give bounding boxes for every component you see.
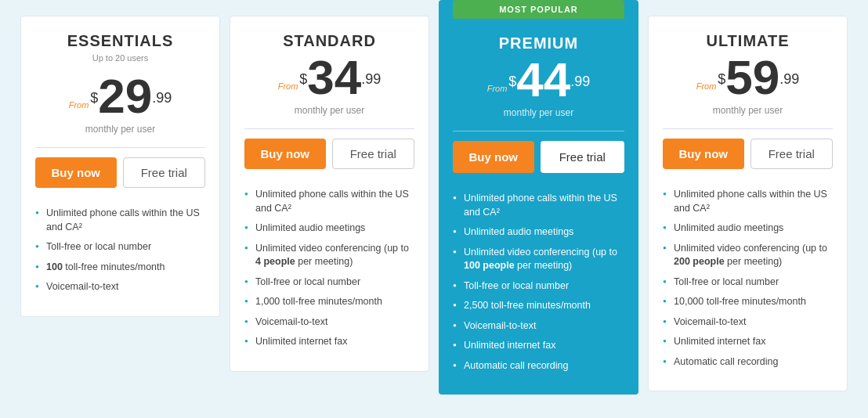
price-period-ultimate: monthly per user xyxy=(663,105,833,116)
price-dollar-standard: $ xyxy=(299,71,307,88)
divider-essentials xyxy=(35,147,205,148)
feature-item: 1,000 toll-free minutes/month xyxy=(244,292,414,312)
price-from-standard: From xyxy=(278,81,298,91)
price-dollar-premium: $ xyxy=(508,74,516,90)
price-block-premium: From $ 44 .99 xyxy=(453,56,624,104)
feature-item: Voicemail-to-text xyxy=(663,312,833,333)
features-list-essentials: Unlimited phone calls within the US and … xyxy=(35,204,205,297)
plan-card-ultimate: ULTIMATE From $ 59 .99 monthly per user … xyxy=(648,16,848,391)
divider-ultimate xyxy=(663,128,833,129)
plans-container: ESSENTIALSUp to 20 users From $ 29 .99 m… xyxy=(8,16,860,395)
feature-item: Voicemail-to-text xyxy=(35,277,205,297)
feature-item: Unlimited internet fax xyxy=(244,332,414,352)
plan-name-ultimate: ULTIMATE xyxy=(663,32,833,50)
feature-item: Toll-free or local number xyxy=(35,237,205,258)
feature-item: Automatic call recording xyxy=(663,352,833,373)
price-dollar-essentials: $ xyxy=(90,90,98,106)
plan-card-essentials: ESSENTIALSUp to 20 users From $ 29 .99 m… xyxy=(20,16,220,317)
feature-item: Unlimited phone calls within the US and … xyxy=(453,189,624,222)
feature-item: Toll-free or local number xyxy=(453,276,624,297)
plan-name-essentials: ESSENTIALS xyxy=(35,32,205,50)
buy-now-button-standard[interactable]: Buy now xyxy=(244,139,326,169)
price-from-premium: From xyxy=(487,84,508,93)
free-trial-button-essentials[interactable]: Free trial xyxy=(123,157,206,188)
feature-item: Unlimited audio meetings xyxy=(453,222,624,243)
buy-now-button-ultimate[interactable]: Buy now xyxy=(663,139,744,169)
plan-card-premium: MOST POPULARPREMIUM From $ 44 .99 monthl… xyxy=(439,0,638,395)
price-block-essentials: From $ 29 .99 xyxy=(35,72,205,121)
plan-name-premium: PREMIUM xyxy=(453,34,624,52)
price-number-premium: 44 xyxy=(516,56,570,104)
feature-item: 10,000 toll-free minutes/month xyxy=(663,292,833,312)
btn-group-ultimate: Buy now Free trial xyxy=(663,139,833,169)
divider-premium xyxy=(453,131,624,132)
price-from-ultimate: From xyxy=(696,81,717,91)
price-period-essentials: monthly per user xyxy=(35,124,205,135)
price-from-essentials: From xyxy=(69,100,89,110)
free-trial-button-ultimate[interactable]: Free trial xyxy=(750,139,834,169)
price-cents-ultimate: .99 xyxy=(779,71,799,88)
most-popular-badge: MOST POPULAR xyxy=(453,0,624,19)
price-period-premium: monthly per user xyxy=(453,107,624,118)
feature-item: Unlimited video conferencing (up to 4 pe… xyxy=(244,239,414,272)
buy-now-button-essentials[interactable]: Buy now xyxy=(35,157,117,188)
btn-group-standard: Buy now Free trial xyxy=(244,139,414,169)
features-list-ultimate: Unlimited phone calls within the US and … xyxy=(663,185,833,372)
plan-card-standard: STANDARD From $ 34 .99 monthly per user … xyxy=(230,16,429,372)
price-block-ultimate: From $ 59 .99 xyxy=(663,53,833,102)
features-list-premium: Unlimited phone calls within the US and … xyxy=(453,189,624,376)
price-number-essentials: 29 xyxy=(98,72,152,121)
feature-item: Unlimited phone calls within the US and … xyxy=(663,185,833,218)
price-number-ultimate: 59 xyxy=(725,53,779,102)
feature-item: Voicemail-to-text xyxy=(244,312,414,333)
feature-item: Unlimited internet fax xyxy=(663,332,833,352)
feature-item: Toll-free or local number xyxy=(244,272,414,293)
btn-group-premium: Buy now Free trial xyxy=(453,141,624,173)
free-trial-button-standard[interactable]: Free trial xyxy=(332,139,415,169)
feature-item: Unlimited internet fax xyxy=(453,336,624,356)
price-block-standard: From $ 34 .99 xyxy=(244,53,414,102)
price-cents-premium: .99 xyxy=(570,74,590,90)
feature-item: 2,500 toll-free minutes/month xyxy=(453,296,624,316)
price-dollar-ultimate: $ xyxy=(718,71,725,88)
feature-item: Unlimited video conferencing (up to 100 … xyxy=(453,243,624,276)
feature-item: Automatic call recording xyxy=(453,356,624,377)
features-list-standard: Unlimited phone calls within the US and … xyxy=(244,185,414,352)
price-cents-standard: .99 xyxy=(361,71,381,88)
feature-item: 100 toll-free minutes/month xyxy=(35,258,205,278)
price-period-standard: monthly per user xyxy=(244,105,414,116)
feature-item: Unlimited phone calls within the US and … xyxy=(244,185,414,218)
feature-item: Unlimited video conferencing (up to 200 … xyxy=(663,239,833,272)
feature-item: Toll-free or local number xyxy=(663,272,833,293)
feature-item: Unlimited audio meetings xyxy=(244,218,414,239)
btn-group-essentials: Buy now Free trial xyxy=(35,157,205,188)
divider-standard xyxy=(244,128,414,129)
plan-subtitle-essentials: Up to 20 users xyxy=(35,53,205,63)
buy-now-button-premium[interactable]: Buy now xyxy=(453,141,534,173)
plan-name-standard: STANDARD xyxy=(244,32,414,50)
free-trial-button-premium[interactable]: Free trial xyxy=(541,141,625,173)
feature-item: Unlimited phone calls within the US and … xyxy=(35,204,205,237)
price-number-standard: 34 xyxy=(307,53,361,102)
feature-item: Unlimited audio meetings xyxy=(663,218,833,239)
feature-item: Voicemail-to-text xyxy=(453,316,624,337)
price-cents-essentials: .99 xyxy=(152,90,172,106)
